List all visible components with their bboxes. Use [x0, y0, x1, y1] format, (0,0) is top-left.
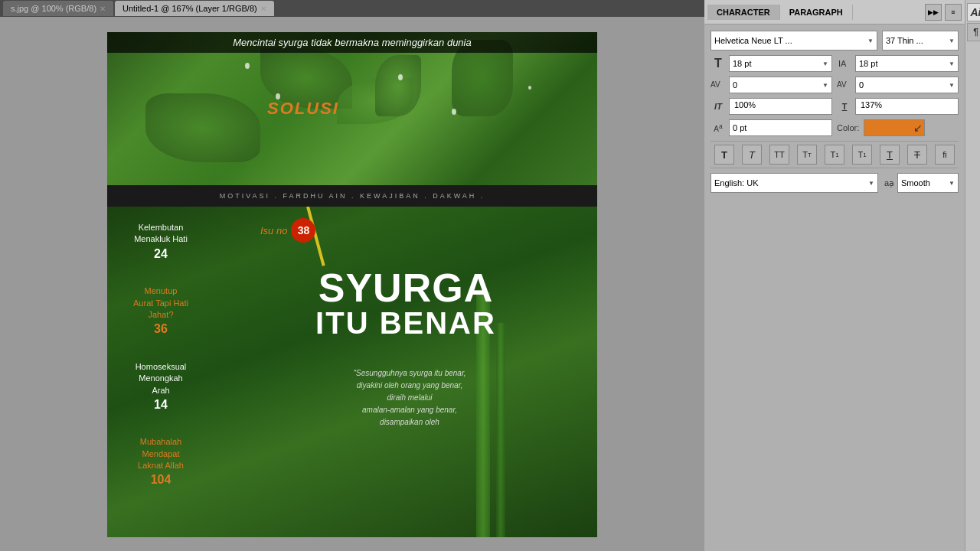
svg-text:IA: IA	[838, 59, 847, 68]
color-label: Color:	[837, 123, 859, 132]
tab-bar: s.jpg @ 100% (RGB/8) ✕ Untitled-1 @ 167%…	[0, 0, 704, 17]
panel-tab-icons: ▶▶ ≡	[925, 4, 962, 21]
antialiasing-select[interactable]: Smooth ▼	[897, 173, 959, 193]
article-item-4: MubahalahMendapatLaknat Allah 104	[115, 436, 207, 489]
kerning-input[interactable]: 0 ▼	[729, 77, 832, 93]
svg-text:AV: AV	[837, 80, 847, 89]
title-itubenar: ITU BENAR	[315, 308, 496, 338]
scale-row: IT 100% T 137%	[710, 98, 959, 115]
font-size-input[interactable]: 18 pt ▼	[729, 55, 832, 72]
top-quote-text: Mencintai syurga tidak bermakna meminggi…	[107, 32, 597, 53]
leading-icon: IA	[837, 56, 852, 72]
style-italic-btn[interactable]: T	[742, 145, 762, 165]
language-select[interactable]: English: UK ▼	[710, 173, 878, 193]
font-row: Helvetica Neue LT ... ▼ 37 Thin ... ▼	[710, 31, 959, 51]
top-section: Mencintai syurga tidak bermakna meminggi…	[107, 32, 597, 185]
svg-text:AV: AV	[710, 80, 720, 89]
sidebar-ai-btn[interactable]: Ai	[967, 3, 981, 21]
scale-v-input[interactable]: 137%	[855, 98, 959, 115]
typography-style-row: T T TT TT T1 T1 T T fi	[710, 141, 959, 168]
panel-menu-btn[interactable]: ≡	[945, 4, 962, 21]
panel-tab-bar: CHARACTER PARAGRAPH ▶▶ ≡	[704, 0, 965, 24]
style-smallcaps-btn[interactable]: TT	[797, 145, 817, 165]
divider-bar: MOTIVASI . FARDHU AIN . KEWAJIBAN . DAKW…	[107, 185, 597, 207]
style-subscript-btn[interactable]: T1	[852, 145, 872, 165]
divider-text: MOTIVASI . FARDHU AIN . KEWAJIBAN . DAKW…	[220, 192, 485, 200]
scale-h-group: IT 100%	[710, 98, 832, 115]
character-panel: CHARACTER PARAGRAPH ▶▶ ≡ Helvetica Neue …	[704, 0, 965, 551]
language-arrow: ▼	[868, 180, 874, 187]
font-name-arrow: ▼	[867, 37, 874, 44]
color-row: Color: ↙	[837, 119, 959, 136]
drop-1	[245, 63, 250, 69]
style-allcaps-btn[interactable]: TT	[769, 145, 789, 165]
tracking-arrow: ▼	[949, 82, 955, 89]
issue-badge: Isu no 38	[260, 218, 315, 243]
panel-content: Helvetica Neue LT ... ▼ 37 Thin ... ▼ T …	[704, 24, 965, 199]
sidebar-icons: Ai ¶	[965, 0, 980, 551]
article-number-4: 104	[151, 473, 172, 486]
tab-file1[interactable]: s.jpg @ 100% (RGB/8) ✕	[3, 1, 113, 16]
title-syurga: SYURGA	[315, 268, 496, 308]
leading-group: IA 18 pt ▼	[837, 55, 959, 72]
leaf-decoration-4	[145, 93, 260, 162]
baseline-input[interactable]: 0 pt	[729, 119, 832, 136]
leading-arrow: ▼	[949, 60, 955, 67]
document-canvas: Mencintai syurga tidak bermakna meminggi…	[107, 32, 597, 537]
size-leading-row: T 18 pt ▼ IA 18 pt ▼	[710, 55, 959, 72]
kerning-tracking-row: AV 0 ▼ AV 0 ▼	[710, 77, 959, 93]
kerning-icon: AV	[710, 77, 726, 93]
article-number-1: 24	[154, 247, 168, 260]
tab-file2[interactable]: Untitled-1 @ 167% (Layer 1/RGB/8) ✕	[115, 1, 274, 16]
antialiasing-group: aạ Smooth ▼	[884, 173, 959, 193]
drop-4	[452, 109, 456, 115]
leaf-decoration-5	[375, 55, 421, 116]
language-row: English: UK ▼ aạ Smooth ▼	[710, 173, 959, 193]
kerning-arrow: ▼	[822, 82, 828, 89]
panel-forward-btn[interactable]: ▶▶	[925, 4, 942, 21]
issue-number: 38	[291, 218, 315, 243]
baseline-icon: Aa	[710, 122, 726, 133]
tracking-icon: AV	[837, 77, 852, 93]
quote-text: "Sesungguhnya syurga itu benar, diyakini…	[230, 367, 590, 429]
article-item-2: MenutupAurat Tapi HatiJahat? 36	[115, 285, 207, 338]
issue-label: Isu no	[260, 225, 287, 236]
antialiasing-arrow: ▼	[949, 180, 955, 187]
font-name-select[interactable]: Helvetica Neue LT ... ▼	[710, 31, 877, 51]
tab-character[interactable]: CHARACTER	[707, 5, 780, 20]
baseline-group: Aa 0 pt	[710, 119, 832, 136]
scale-v-group: T 137%	[837, 98, 959, 115]
solusi-text: SOLUSI	[267, 99, 339, 119]
scale-h-icon: IT	[710, 99, 726, 114]
scale-h-input[interactable]: 100%	[729, 98, 832, 115]
tab-close-2[interactable]: ✕	[260, 5, 266, 13]
color-cursor-icon: ↙	[913, 122, 923, 134]
article-item-3: HomoseksualMenongkahArah 14	[115, 361, 207, 414]
style-ligature-btn[interactable]: fi	[935, 145, 955, 165]
tracking-input[interactable]: 0 ▼	[855, 77, 959, 93]
drop-3	[398, 74, 403, 80]
font-weight-arrow: ▼	[949, 37, 955, 44]
baseline-color-row: Aa 0 pt Color: ↙	[710, 119, 959, 136]
color-swatch[interactable]: ↙	[864, 119, 925, 136]
article-number-2: 36	[154, 322, 168, 335]
style-strikethrough-btn[interactable]: T	[907, 145, 927, 165]
tab-close-1[interactable]: ✕	[100, 5, 106, 13]
tab-paragraph[interactable]: PARAGRAPH	[780, 5, 853, 20]
kerning-group: AV 0 ▼	[710, 77, 832, 93]
leading-input[interactable]: 18 pt ▼	[855, 55, 959, 72]
sidebar-paragraph-btn[interactable]: ¶	[967, 23, 981, 41]
style-bold-btn[interactable]: T	[714, 145, 734, 165]
article-item-1: KelembutanMenakluk Hati 24	[115, 222, 207, 262]
scale-v-icon: T	[837, 99, 852, 114]
font-weight-select[interactable]: 37 Thin ... ▼	[882, 31, 959, 51]
tracking-group: AV 0 ▼	[837, 77, 959, 93]
style-superscript-btn[interactable]: T1	[825, 145, 844, 165]
left-column: KelembutanMenakluk Hati 24 MenutupAurat …	[107, 207, 214, 537]
drop-5	[528, 86, 531, 90]
canvas-area: Mencintai syurga tidak bermakna meminggi…	[0, 17, 704, 551]
tab-label-2: Untitled-1 @ 167% (Layer 1/RGB/8)	[122, 4, 257, 13]
font-size-group: T 18 pt ▼	[710, 55, 832, 72]
style-underline-btn[interactable]: T	[880, 145, 900, 165]
bottom-section: KelembutanMenakluk Hati 24 MenutupAurat …	[107, 207, 597, 537]
